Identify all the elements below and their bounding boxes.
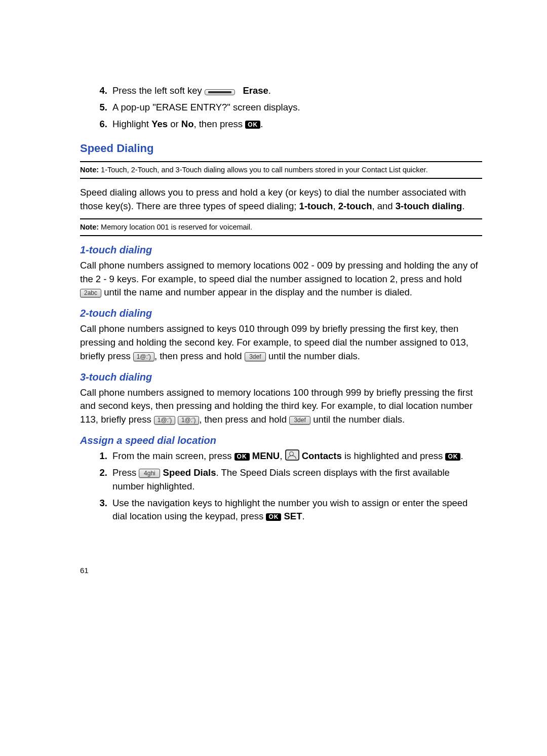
key-1-icon: 1@:') — [154, 416, 175, 425]
manual-page: 4. Press the left soft key Erase. 5. A p… — [0, 0, 547, 756]
page-number: 61 — [80, 566, 89, 575]
note-label: Note: — [80, 166, 99, 174]
heading-1touch: 1-touch dialing — [80, 244, 482, 256]
key-1-icon: 1@:') — [133, 352, 154, 361]
ok-key-icon: OK — [245, 121, 260, 129]
heading-2touch: 2-touch dialing — [80, 308, 482, 319]
step-text: Use the navigation keys to highlight the… — [112, 497, 482, 524]
note-text: 1-Touch, 2-Touch, and 3-Touch dialing al… — [99, 166, 428, 174]
list-item: 4. Press the left soft key Erase. — [95, 84, 482, 98]
note-label: Note: — [80, 223, 99, 231]
ok-key-icon: OK — [445, 453, 460, 461]
step-number: 5. — [95, 101, 107, 115]
step-text: From the main screen, press OK MENU, Con… — [112, 449, 482, 463]
key-4ghi-icon: 4ghi — [139, 469, 160, 478]
step-text: A pop-up "ERASE ENTRY?" screen displays. — [112, 101, 482, 115]
paragraph: Speed dialing allows you to press and ho… — [80, 186, 482, 213]
heading-speed-dialing: Speed Dialing — [80, 142, 482, 155]
step-number: 2. — [95, 466, 107, 494]
note-box: Note: 1-Touch, 2-Touch, and 3-Touch dial… — [80, 161, 482, 179]
step-text: Highlight Yes or No, then press OK. — [112, 118, 482, 131]
note-box: Note: Memory location 001 is reserved fo… — [80, 218, 482, 236]
list-item: 3. Use the navigation keys to highlight … — [95, 497, 482, 524]
contacts-icon — [285, 449, 299, 461]
paragraph: Call phone numbers assigned to memory lo… — [80, 386, 482, 427]
assign-steps-list: 1. From the main screen, press OK MENU, … — [95, 449, 482, 523]
step-text: Press the left soft key Erase. — [112, 84, 482, 98]
step-number: 6. — [95, 118, 107, 131]
note-text: Memory location 001 is reserved for voic… — [99, 223, 252, 231]
step-number: 3. — [95, 497, 107, 524]
key-2abc-icon: 2abc — [80, 289, 101, 298]
erase-steps-list: 4. Press the left soft key Erase. 5. A p… — [95, 84, 482, 131]
list-item: 6. Highlight Yes or No, then press OK. — [95, 118, 482, 131]
left-soft-key-icon — [205, 89, 235, 95]
key-1-icon: 1@:') — [178, 416, 199, 425]
step-number: 1. — [95, 449, 107, 463]
key-3def-icon: 3def — [245, 352, 266, 361]
list-item: 2. Press 4ghi Speed Dials. The Speed Dia… — [95, 466, 482, 494]
paragraph: Call phone numbers assigned to memory lo… — [80, 259, 482, 299]
step-text: Press 4ghi Speed Dials. The Speed Dials … — [112, 466, 482, 494]
ok-key-icon: OK — [266, 513, 281, 521]
paragraph: Call phone numbers assigned to keys 010 … — [80, 322, 482, 363]
heading-assign: Assign a speed dial location — [80, 435, 482, 446]
list-item: 5. A pop-up "ERASE ENTRY?" screen displa… — [95, 101, 482, 115]
ok-key-icon: OK — [235, 453, 250, 461]
key-3def-icon: 3def — [289, 416, 310, 425]
step-number: 4. — [95, 84, 107, 98]
list-item: 1. From the main screen, press OK MENU, … — [95, 449, 482, 463]
heading-3touch: 3-touch dialing — [80, 371, 482, 383]
